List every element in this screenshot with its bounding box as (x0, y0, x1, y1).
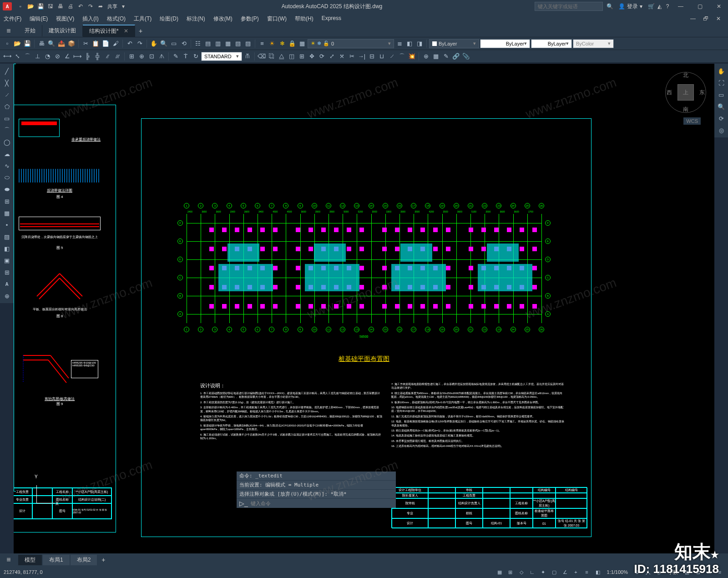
tb-markup-icon[interactable]: ▧ (233, 39, 243, 48)
tb-save-icon[interactable]: 💾 (23, 39, 32, 48)
sb-snap-icon[interactable]: ◇ (517, 568, 526, 577)
viewcube[interactable]: 北 南 东 西 上 (665, 72, 706, 113)
tb-fillet-icon[interactable]: ⌒ (397, 52, 406, 61)
hamburger-icon[interactable]: ≡ (3, 26, 15, 36)
menu-draw[interactable]: 绘图(D) (160, 15, 178, 23)
close-button[interactable]: ✕ (710, 0, 728, 12)
tb-explode-icon[interactable]: 💥 (407, 52, 416, 61)
tb-jog-icon[interactable]: ⩚ (157, 52, 166, 61)
tab-model[interactable]: 模型 (18, 555, 42, 565)
tool-spline-icon[interactable]: ∿ (1, 160, 13, 171)
tb-ssm-icon[interactable]: ▦ (223, 39, 233, 48)
doc-minimize-button[interactable]: — (687, 13, 699, 25)
tb-zoomprev-icon[interactable]: ⟲ (179, 39, 188, 48)
menu-express[interactable]: Express (322, 15, 341, 23)
tb-3ddwf-icon[interactable]: 📦 (67, 39, 76, 48)
viewcube-s[interactable]: 南 (683, 106, 688, 113)
tb-qcalc-icon[interactable]: ▨ (243, 39, 253, 48)
tb-extend-icon[interactable]: →| (357, 52, 366, 61)
cart-icon[interactable]: 🛒 (647, 2, 655, 10)
tb-dimcon-icon[interactable]: ╬ (93, 52, 102, 61)
wcs-badge[interactable]: WCS (683, 117, 701, 125)
tb-props-icon[interactable]: ☷ (193, 39, 202, 48)
dimstyle-dropdown[interactable]: STANDARD▾ (201, 52, 242, 61)
qat-redo-icon[interactable]: ↷ (86, 2, 95, 10)
sb-grid-icon[interactable]: ⊞ (506, 568, 515, 577)
tb-copy2-icon[interactable]: ⿻ (267, 52, 276, 61)
qat-dropdown-icon[interactable]: ▾ (119, 2, 127, 10)
tb-dimali-icon[interactable]: ⤡ (13, 52, 22, 61)
minimize-button[interactable]: — (672, 0, 690, 12)
tab-add-button[interactable]: + (135, 27, 146, 35)
nav-orbit-icon[interactable]: ⟳ (715, 113, 727, 124)
menu-tools[interactable]: 工具(T) (134, 15, 152, 23)
lineweight-dropdown[interactable]: ByLayer▾ (531, 39, 572, 48)
menu-window[interactable]: 窗口(W) (267, 15, 287, 23)
tool-ellipse-icon[interactable]: ⬭ (1, 172, 13, 183)
menu-modify[interactable]: 修改(M) (213, 15, 233, 23)
doc-close-button[interactable]: ✕ (713, 13, 724, 25)
tb-dimqui-icon[interactable]: ⟼ (73, 52, 82, 61)
tab-struct[interactable]: 结构设计图* ✕ (83, 25, 135, 37)
tool-ellarc-icon[interactable]: ⬬ (1, 184, 13, 195)
tb-dimlin-icon[interactable]: ⟷ (3, 52, 12, 61)
tb-trim-icon[interactable]: ✂ (347, 52, 356, 61)
tab-close-icon[interactable]: ✕ (124, 28, 128, 34)
tb-open-icon[interactable]: 📂 (13, 39, 22, 48)
search-icon[interactable]: 🔍 (606, 2, 614, 10)
tb-zoomwin-icon[interactable]: ▭ (169, 39, 178, 48)
command-line[interactable]: 命令: _textedit 当前设置: 编辑模式 = Multiple 选择注释… (237, 472, 396, 508)
qat-save-icon[interactable]: 💾 (36, 2, 45, 10)
menu-format[interactable]: 格式(O) (107, 15, 126, 23)
tb-dimord-icon[interactable]: ⊥ (33, 52, 42, 61)
tb-pan-icon[interactable]: ✋ (149, 39, 158, 48)
tb-tp-icon[interactable]: ▥ (213, 39, 222, 48)
tb-redo-icon[interactable]: ↷ (135, 39, 144, 48)
tb-stretch-icon[interactable]: ⤧ (337, 52, 346, 61)
tool-mtext-icon[interactable]: A (1, 279, 13, 289)
tb-copy-icon[interactable]: 📋 (91, 39, 100, 48)
tool-line-icon[interactable]: ╱ (1, 66, 13, 76)
tool-region-icon[interactable]: ▣ (1, 255, 13, 266)
menu-dim[interactable]: 标注(N) (187, 15, 205, 23)
tb-attach-icon[interactable]: 📎 (461, 52, 470, 61)
tb-dimedit-icon[interactable]: ✎ (171, 52, 180, 61)
sb-scale[interactable]: 1:1/100% (607, 569, 628, 575)
viewcube-top[interactable]: 上 (677, 84, 694, 101)
app-icon[interactable]: A (3, 2, 12, 10)
tb-dimtedit-icon[interactable]: Ṫ (181, 52, 190, 61)
qat-undo-icon[interactable]: ↶ (76, 2, 85, 10)
tb-erase-icon[interactable]: ⌫ (257, 52, 266, 61)
tool-circle-icon[interactable]: ◯ (1, 137, 13, 147)
autodesk-icon[interactable]: ◭ (655, 2, 663, 10)
help-icon[interactable]: ? (663, 2, 672, 10)
tb-laymcur-icon[interactable]: ◧ (405, 39, 414, 48)
tb-move-icon[interactable]: ✥ (307, 52, 316, 61)
tool-xline-icon[interactable]: ╳ (1, 77, 13, 88)
tb-array-icon[interactable]: ⊞ (297, 52, 306, 61)
qat-saveas-icon[interactable]: 🖫 (46, 2, 55, 10)
viewcube-e[interactable]: 东 (699, 89, 705, 96)
tool-gradient-icon[interactable]: ◧ (1, 243, 13, 254)
tb-cut-icon[interactable]: ✂ (81, 39, 90, 48)
search-input[interactable] (535, 2, 603, 11)
tb-dimbas-icon[interactable]: ╠ (83, 52, 92, 61)
plotstyle-dropdown[interactable]: ByColor▾ (573, 39, 614, 48)
tool-arc-icon[interactable]: ⌒ (1, 125, 13, 136)
tb-insp-icon[interactable]: ⊡ (147, 52, 156, 61)
sb-model-icon[interactable]: ▦ (495, 568, 504, 577)
tb-dimupd-icon[interactable]: ↻ (191, 52, 200, 61)
tab-layout1[interactable]: 布局1 (43, 555, 70, 565)
menu-param[interactable]: 参数(P) (241, 15, 259, 23)
tb-dc-icon[interactable]: ▤ (203, 39, 212, 48)
tb-dimrad-icon[interactable]: ◔ (43, 52, 52, 61)
tb-dimbrk-icon[interactable]: ⫻ (113, 52, 122, 61)
tb-tol-icon[interactable]: ⊞ (127, 52, 136, 61)
tb-break-icon[interactable]: ⊟ (367, 52, 376, 61)
tb-zoom-icon[interactable]: 🔍 (159, 39, 168, 48)
nav-zoom-extents-icon[interactable]: ⛶ (715, 77, 727, 88)
tb-layeriso-icon[interactable]: ☀ (268, 39, 277, 48)
tab-start[interactable]: 开始 (18, 25, 42, 36)
tb-dimspc-icon[interactable]: ⫽ (103, 52, 112, 61)
viewcube-n[interactable]: 北 (683, 71, 688, 79)
